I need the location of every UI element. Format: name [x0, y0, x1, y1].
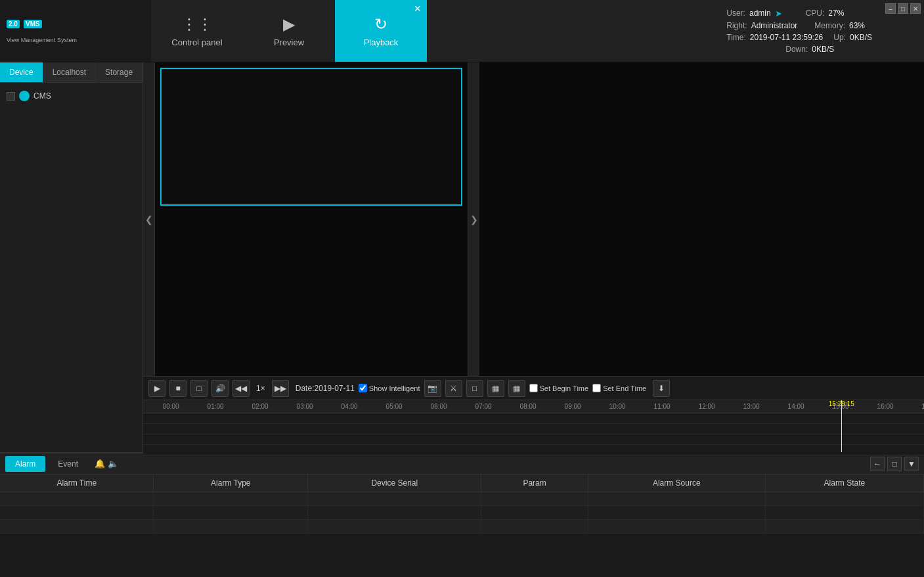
sidebar-tab-localhost[interactable]: Localhost [43, 62, 96, 82]
alarm-cell [154, 520, 308, 534]
hour-3: 03:00 [282, 403, 327, 410]
alarm-table-body [0, 492, 924, 534]
alarm-arrow-left-button[interactable]: ← [870, 457, 885, 471]
alarm-cell [308, 520, 481, 534]
tree-checkbox-cms[interactable] [7, 92, 15, 101]
logo-name: VMS [24, 20, 42, 28]
volume-button[interactable]: 🔊 [211, 380, 229, 397]
alarm-expand-button[interactable]: ▼ [904, 457, 919, 471]
set-end-time-label: Set End Time [603, 384, 646, 392]
sidebar-tab-storage[interactable]: Storage [96, 62, 143, 82]
step-forward-button[interactable]: ▶▶ [272, 380, 289, 397]
hour-5: 05:00 [372, 403, 416, 410]
preview-label: Preview [274, 37, 304, 47]
controls-bar: ▶ ■ □ 🔊 ◀◀ 1× ▶▶ Date:2019-07-11 Show In… [143, 376, 924, 400]
hour-4: 04:00 [327, 403, 372, 410]
close-button[interactable]: ✕ [910, 3, 921, 14]
alarm-cell [588, 492, 765, 506]
hour-15: 15:00 [818, 403, 863, 410]
set-end-time-checkbox[interactable]: Set End Time [592, 384, 646, 392]
nav-playback[interactable]: ✕ ↻ Playback [335, 0, 427, 62]
col-alarm-time: Alarm Time [0, 474, 154, 492]
alarm-cell [588, 520, 765, 534]
timeline-track-3 [143, 434, 924, 445]
show-intelligent-input[interactable] [359, 384, 367, 392]
hour-10: 10:00 [595, 403, 640, 410]
up-label: Up: [833, 33, 846, 42]
hour-16: 16:00 [863, 403, 908, 410]
alarm-table: Alarm Time Alarm Type Device Serial Para… [0, 474, 924, 577]
alarm-cell [481, 506, 588, 520]
user-value: admin [749, 9, 771, 18]
sidebar-content: CMS [0, 83, 143, 452]
logout-icon[interactable]: ➤ [775, 9, 782, 18]
close-icon[interactable]: ✕ [414, 3, 422, 14]
alarm-cell [154, 506, 308, 520]
timeline-track-2 [143, 424, 924, 434]
sidebar-tab-device[interactable]: Device [0, 62, 43, 82]
down-label: Down: [785, 45, 808, 54]
timeline-tracks [143, 413, 924, 455]
layout-button[interactable]: □ [190, 380, 208, 397]
grid-2x2-icon[interactable]: ▦ [487, 380, 504, 397]
timeline[interactable]: 00:00 01:00 02:00 03:00 04:00 05:00 06:0… [143, 400, 924, 452]
crop-icon[interactable]: ⚔ [445, 380, 462, 397]
logo-text: 2.0 VMS View Management System [7, 18, 77, 43]
alarm-minimize-button[interactable]: □ [887, 457, 902, 471]
version-badge: 2.0 [7, 20, 20, 28]
collapse-left-button[interactable]: ❮ [143, 62, 155, 376]
grid-3x3-icon[interactable]: ▦ [508, 380, 525, 397]
hour-17: 17:00 [908, 403, 924, 410]
memory-label: Memory: [814, 21, 845, 30]
stop-button[interactable]: ■ [169, 380, 187, 397]
right-label: Right: [726, 21, 747, 30]
step-back-button[interactable]: ◀◀ [232, 380, 250, 397]
alarm-row-empty-2 [0, 506, 924, 520]
sidebar: Device Localhost Storage CMS [0, 62, 143, 452]
tree-label-cms: CMS [33, 91, 51, 101]
alarm-controls-right: ← □ ▼ [870, 457, 919, 471]
alarm-cell [0, 520, 154, 534]
collapse-right-button[interactable]: ❯ [468, 62, 479, 376]
logo-subtitle: View Management System [7, 37, 77, 43]
timeline-track-4 [143, 445, 924, 455]
nav-preview[interactable]: ▶ Preview [243, 0, 335, 62]
minimize-button[interactable]: – [885, 3, 896, 14]
speed-label: 1× [253, 384, 268, 393]
video-area: ❮ ❯ [143, 62, 924, 376]
hour-14: 14:00 [774, 403, 818, 410]
hour-8: 08:00 [506, 403, 550, 410]
control-panel-icon: ⋮⋮ [181, 15, 213, 34]
set-begin-time-label: Set Begin Time [540, 384, 589, 392]
alarm-cell [308, 492, 481, 506]
playback-label: Playback [364, 37, 399, 47]
set-begin-time-checkbox[interactable]: Set Begin Time [529, 384, 589, 392]
play-button[interactable]: ▶ [148, 380, 165, 397]
download-button[interactable]: ⬇ [653, 380, 670, 397]
set-end-time-input[interactable] [592, 384, 601, 392]
alarm-cell [308, 506, 481, 520]
show-intelligent-checkbox[interactable]: Show Intelligent [359, 384, 420, 392]
main-layout: Device Localhost Storage CMS ❮ ❯ ▶ ■ □ 🔊… [0, 62, 924, 452]
col-param: Param [481, 474, 588, 492]
hour-13: 13:00 [729, 403, 774, 410]
date-label: Date:2019-07-11 [296, 384, 355, 393]
col-device-serial: Device Serial [308, 474, 481, 492]
alarm-panel: Alarm Event 🔔 🔈 ← □ ▼ Alarm Time Alarm T… [0, 452, 924, 577]
right-value: Administrator [751, 21, 798, 30]
col-alarm-state: Alarm State [765, 474, 923, 492]
topbar: 2.0 VMS View Management System ⋮⋮ Contro… [0, 0, 924, 62]
set-begin-time-input[interactable] [529, 384, 538, 392]
nav-control-panel[interactable]: ⋮⋮ Control panel [151, 0, 243, 62]
sidebar-tabs: Device Localhost Storage [0, 62, 143, 83]
alarm-tab-alarm[interactable]: Alarm [5, 456, 45, 472]
alarm-cell [765, 492, 923, 506]
alarm-data-table: Alarm Time Alarm Type Device Serial Para… [0, 474, 924, 534]
window-icon-1[interactable]: □ [466, 380, 483, 397]
tree-item-cms[interactable]: CMS [5, 88, 137, 104]
globe-icon [19, 91, 30, 101]
hour-0: 00:00 [148, 403, 193, 410]
maximize-button[interactable]: □ [898, 3, 908, 14]
camera-icon[interactable]: 📷 [424, 380, 441, 397]
alarm-tab-event[interactable]: Event [48, 456, 88, 472]
